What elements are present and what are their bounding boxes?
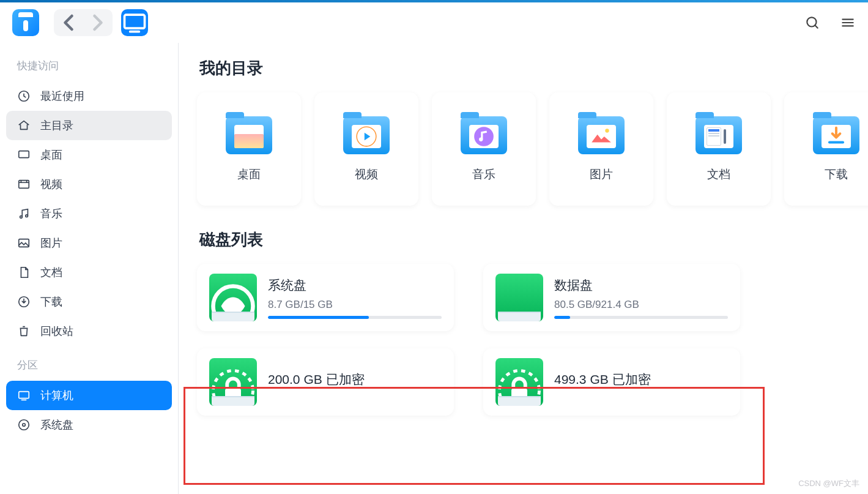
folder-icon — [343, 116, 390, 154]
svg-point-6 — [26, 215, 28, 217]
folder-icon — [578, 116, 625, 154]
image-icon — [17, 236, 31, 250]
folder-icon — [813, 116, 859, 154]
sidebar-item-video[interactable]: 视频 — [6, 170, 172, 199]
disk-icon — [209, 274, 257, 321]
deepin-icon — [209, 282, 257, 330]
sidebar-item-computer[interactable]: 计算机 — [6, 381, 172, 410]
disk-system[interactable]: 系统盘 8.7 GB/15 GB — [197, 264, 454, 331]
sidebar-item-label: 计算机 — [40, 388, 73, 403]
disk-grid: 系统盘 8.7 GB/15 GB 数据盘 80.5 GB/921.4 GB 20… — [197, 264, 868, 416]
disk-encrypted-1[interactable]: 200.0 GB 已加密 — [197, 348, 454, 416]
music-icon — [17, 207, 31, 220]
disk-icon — [209, 358, 257, 406]
main-panel: 我的目录 桌面 视频 音乐 图片 文档 — [179, 43, 868, 494]
disk-name: 200.0 GB 已加密 — [268, 371, 442, 388]
desktop-icon — [17, 148, 31, 162]
folder-documents[interactable]: 文档 — [667, 92, 771, 206]
disk-name: 数据盘 — [554, 277, 728, 294]
folder-label: 图片 — [590, 167, 613, 182]
folder-icon — [461, 116, 507, 154]
sidebar-item-label: 图片 — [40, 236, 62, 250]
lock-icon — [209, 367, 257, 414]
sidebar-item-trash[interactable]: 回收站 — [6, 316, 172, 346]
folder-video[interactable]: 视频 — [314, 92, 418, 206]
folder-icon — [226, 116, 272, 154]
disk-title: 磁盘列表 — [199, 229, 868, 250]
nav-group — [54, 9, 113, 36]
disk-icon — [495, 358, 543, 406]
view-mode-button[interactable] — [121, 9, 148, 36]
svg-rect-3 — [19, 151, 29, 158]
folder-pictures[interactable]: 图片 — [549, 92, 653, 206]
folder-label: 下载 — [825, 167, 848, 182]
sidebar-item-music[interactable]: 音乐 — [6, 199, 172, 228]
sidebar-item-label: 主目录 — [40, 118, 73, 133]
clock-icon — [17, 89, 31, 103]
disk-data[interactable]: 数据盘 80.5 GB/921.4 GB — [483, 264, 740, 331]
sidebar-header-partition: 分区 — [6, 346, 172, 381]
folder-label: 桌面 — [237, 167, 261, 182]
sidebar-item-downloads[interactable]: 下载 — [6, 287, 172, 316]
svg-point-11 — [23, 424, 26, 427]
sidebar-item-documents[interactable]: 文档 — [6, 258, 172, 287]
sidebar-item-pictures[interactable]: 图片 — [6, 228, 172, 258]
svg-point-15 — [605, 129, 609, 132]
back-button[interactable] — [54, 9, 83, 36]
folder-label: 文档 — [707, 167, 730, 182]
disk-icon — [17, 418, 31, 432]
home-icon — [17, 119, 31, 132]
sidebar: 快捷访问 最近使用 主目录 桌面 视频 音乐 图片 文档 — [0, 43, 179, 494]
svg-rect-7 — [19, 239, 29, 247]
svg-point-13 — [474, 127, 494, 146]
sidebar-item-label: 桌面 — [40, 148, 62, 162]
folder-music[interactable]: 音乐 — [432, 92, 536, 206]
disk-bar — [554, 316, 728, 319]
svg-rect-18 — [225, 389, 241, 401]
sidebar-item-label: 回收站 — [40, 324, 73, 339]
disk-encrypted-2[interactable]: 499.3 GB 已加密 — [483, 348, 740, 416]
my-dir-title: 我的目录 — [199, 58, 868, 79]
disk-name: 系统盘 — [268, 277, 442, 294]
svg-point-10 — [19, 420, 29, 430]
folder-row: 桌面 视频 音乐 图片 文档 下载 — [197, 92, 868, 206]
disk-icon — [495, 274, 543, 321]
svg-point-5 — [20, 216, 23, 219]
lock-icon — [495, 367, 543, 414]
download-icon — [17, 295, 31, 309]
sidebar-item-label: 音乐 — [40, 206, 62, 221]
sidebar-item-system-disk[interactable]: 系统盘 — [6, 410, 172, 440]
svg-rect-0 — [125, 15, 145, 28]
video-icon — [17, 178, 31, 191]
sidebar-item-desktop[interactable]: 桌面 — [6, 140, 172, 170]
sidebar-item-home[interactable]: 主目录 — [6, 111, 172, 140]
svg-rect-9 — [19, 392, 29, 399]
folder-label: 视频 — [355, 167, 378, 182]
folder-downloads[interactable]: 下载 — [784, 92, 868, 206]
sidebar-item-recent[interactable]: 最近使用 — [6, 81, 172, 111]
forward-button[interactable] — [83, 9, 113, 36]
sidebar-item-label: 下载 — [40, 294, 62, 309]
folder-desktop[interactable]: 桌面 — [197, 92, 301, 206]
app-icon — [12, 9, 39, 36]
folder-label: 音乐 — [472, 167, 495, 182]
watermark: CSDN @WF文丰 — [798, 478, 859, 489]
sidebar-item-label: 文档 — [40, 265, 62, 280]
menu-icon[interactable] — [840, 15, 856, 31]
disk-usage: 80.5 GB/921.4 GB — [554, 299, 728, 311]
svg-rect-4 — [19, 181, 29, 189]
sidebar-item-label: 视频 — [40, 177, 62, 192]
svg-rect-20 — [511, 389, 527, 401]
disk-bar — [268, 316, 442, 319]
svg-point-14 — [479, 137, 483, 141]
sidebar-header-quick: 快捷访问 — [6, 54, 172, 81]
disk-usage: 8.7 GB/15 GB — [268, 299, 442, 311]
computer-icon — [17, 389, 31, 402]
folder-icon — [696, 116, 742, 154]
sidebar-item-label: 最近使用 — [40, 89, 84, 103]
search-icon[interactable] — [804, 15, 820, 31]
disk-name: 499.3 GB 已加密 — [554, 371, 728, 388]
doc-icon — [17, 266, 31, 279]
trash-icon — [17, 324, 31, 338]
sidebar-item-label: 系统盘 — [40, 417, 73, 432]
